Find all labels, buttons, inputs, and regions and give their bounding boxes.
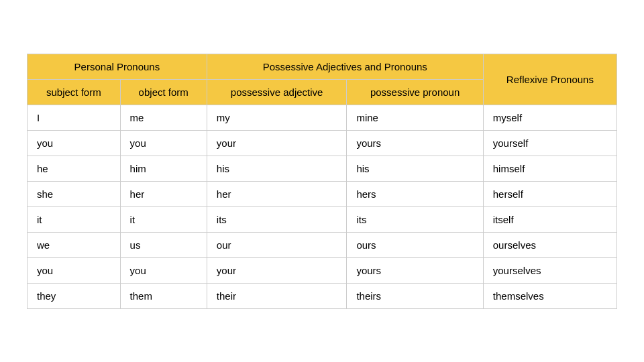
poss-pron-cell: theirs xyxy=(347,283,483,308)
subject-form-header: subject form xyxy=(28,79,121,105)
subject-cell: we xyxy=(28,232,121,257)
table-row: youyouyouryoursyourself xyxy=(28,130,617,156)
reflexive-cell: ourselves xyxy=(483,232,616,257)
poss-adj-cell: his xyxy=(207,156,347,181)
object-cell: us xyxy=(120,232,207,257)
object-cell: them xyxy=(120,283,207,308)
poss-pron-cell: yours xyxy=(347,130,483,156)
subject-cell: it xyxy=(28,206,121,232)
pronouns-table: Personal Pronouns Possessive Adjectives … xyxy=(27,54,617,309)
poss-adj-cell: her xyxy=(207,181,347,206)
object-cell: her xyxy=(120,181,207,206)
reflexive-cell: myself xyxy=(483,105,616,130)
table-row: theythemtheirtheirsthemselves xyxy=(28,283,617,308)
reflexive-pronouns-header: Reflexive Pronouns xyxy=(483,54,616,105)
object-cell: you xyxy=(120,130,207,156)
pronouns-table-wrapper: Personal Pronouns Possessive Adjectives … xyxy=(27,54,617,309)
poss-pron-cell: his xyxy=(347,156,483,181)
table-row: sheherherhersherself xyxy=(28,181,617,206)
poss-adj-cell: our xyxy=(207,232,347,257)
subject-cell: they xyxy=(28,283,121,308)
subject-cell: he xyxy=(28,156,121,181)
personal-pronouns-header: Personal Pronouns xyxy=(28,54,207,79)
poss-pron-cell: ours xyxy=(347,232,483,257)
table-row: itititsitsitself xyxy=(28,206,617,232)
subject-cell: you xyxy=(28,257,121,283)
poss-adj-cell: my xyxy=(207,105,347,130)
possessive-pronoun-header: possessive pronoun xyxy=(347,79,483,105)
poss-adj-cell: its xyxy=(207,206,347,232)
reflexive-cell: yourselves xyxy=(483,257,616,283)
poss-adj-cell: your xyxy=(207,257,347,283)
possessive-header: Possessive Adjectives and Pronouns xyxy=(207,54,483,79)
reflexive-cell: himself xyxy=(483,156,616,181)
object-cell: you xyxy=(120,257,207,283)
reflexive-cell: itself xyxy=(483,206,616,232)
poss-adj-cell: their xyxy=(207,283,347,308)
table-row: weusouroursourselves xyxy=(28,232,617,257)
subject-cell: she xyxy=(28,181,121,206)
poss-pron-cell: mine xyxy=(347,105,483,130)
table-row: hehimhishishimself xyxy=(28,156,617,181)
reflexive-cell: yourself xyxy=(483,130,616,156)
subject-cell: you xyxy=(28,130,121,156)
poss-pron-cell: hers xyxy=(347,181,483,206)
reflexive-cell: themselves xyxy=(483,283,616,308)
reflexive-cell: herself xyxy=(483,181,616,206)
table-row: Imemyminemyself xyxy=(28,105,617,130)
table-row: youyouyouryoursyourselves xyxy=(28,257,617,283)
poss-pron-cell: its xyxy=(347,206,483,232)
object-cell: me xyxy=(120,105,207,130)
object-cell: it xyxy=(120,206,207,232)
possessive-adjective-header: possessive adjective xyxy=(207,79,347,105)
poss-pron-cell: yours xyxy=(347,257,483,283)
object-form-header: object form xyxy=(120,79,207,105)
subject-cell: I xyxy=(28,105,121,130)
object-cell: him xyxy=(120,156,207,181)
poss-adj-cell: your xyxy=(207,130,347,156)
